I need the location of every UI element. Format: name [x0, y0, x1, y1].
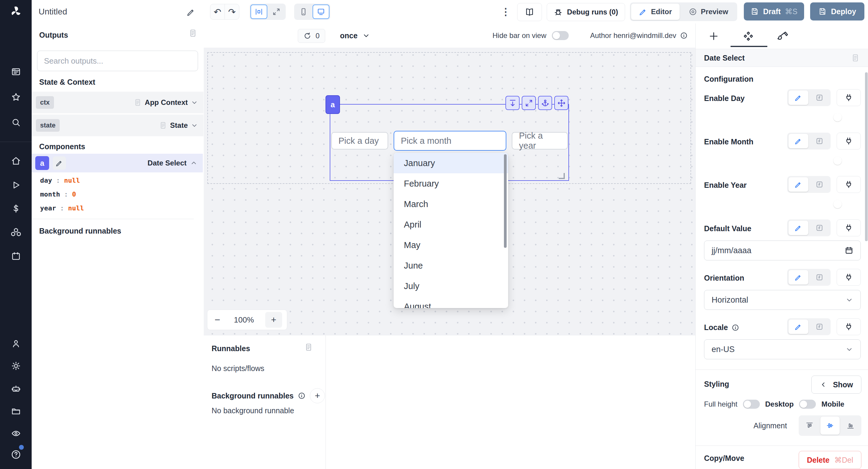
month-option[interactable]: August: [394, 296, 508, 308]
function-mode-icon[interactable]: [809, 221, 830, 235]
month-option[interactable]: June: [394, 255, 508, 276]
redo-button[interactable]: ↷: [224, 4, 239, 19]
expand-down-icon[interactable]: [505, 96, 520, 110]
move-icon[interactable]: [554, 96, 568, 110]
component-list-item[interactable]: a Date Select: [32, 154, 203, 173]
month-option[interactable]: July: [394, 276, 508, 296]
favorites-star-icon[interactable]: [0, 89, 32, 105]
desktop-toggle[interactable]: [799, 400, 816, 409]
align-bottom-icon[interactable]: [841, 416, 860, 435]
hide-bar-toggle[interactable]: [552, 31, 569, 40]
add-background-runnable-button[interactable]: +: [310, 388, 325, 403]
deploy-button[interactable]: Deploy: [810, 2, 864, 21]
info-icon[interactable]: [732, 324, 739, 332]
pencil-mode-icon[interactable]: [788, 319, 808, 334]
workers-robot-icon[interactable]: [0, 380, 32, 397]
function-mode-icon[interactable]: [809, 319, 830, 334]
schedules-calendar-icon[interactable]: [0, 248, 32, 264]
orientation-select[interactable]: Horizontal: [704, 290, 861, 310]
help-icon[interactable]: [0, 446, 32, 463]
dropdown-scrollbar[interactable]: [504, 154, 507, 248]
undo-button[interactable]: ↶: [210, 4, 224, 19]
info-icon[interactable]: [298, 392, 306, 400]
runnables-doc-icon[interactable]: [304, 343, 313, 351]
zoom-in-button[interactable]: +: [265, 312, 282, 327]
audit-eye-icon[interactable]: [0, 425, 32, 442]
state-row[interactable]: state State: [32, 115, 204, 136]
default-value-connect-plug-icon[interactable]: [837, 219, 861, 236]
resources-cubes-icon[interactable]: [0, 224, 32, 241]
month-option[interactable]: April: [394, 214, 508, 235]
align-center-icon[interactable]: [820, 416, 840, 435]
fullwidth-layout-button[interactable]: [268, 4, 285, 19]
output-prop-month[interactable]: month : 0: [40, 190, 76, 198]
component-canvas-badge[interactable]: a: [326, 95, 340, 114]
pencil-mode-icon[interactable]: [788, 270, 808, 285]
month-option[interactable]: May: [394, 235, 508, 255]
full-height-toggle[interactable]: [743, 400, 760, 409]
run-mode-dropdown[interactable]: once: [340, 29, 370, 42]
chevron-down-icon[interactable]: [191, 99, 198, 106]
runs-play-icon[interactable]: [0, 177, 32, 193]
default-value-date-input[interactable]: jj/mm/aaaa: [704, 241, 861, 260]
refresh-count-button[interactable]: 0: [298, 29, 325, 43]
month-option[interactable]: January: [394, 153, 508, 173]
delete-component-button[interactable]: Delete ⌘Del: [799, 451, 861, 469]
docs-book-button[interactable]: [517, 3, 542, 21]
pencil-mode-icon[interactable]: [788, 221, 808, 235]
pencil-mode-icon[interactable]: [788, 177, 808, 192]
tab-preview[interactable]: Preview: [681, 4, 736, 20]
variables-dollar-icon[interactable]: [0, 200, 32, 217]
info-icon[interactable]: [680, 32, 688, 39]
locale-select[interactable]: en-US: [704, 339, 861, 359]
kebab-menu-icon[interactable]: ⋮: [500, 5, 511, 18]
enable-year-connect-plug-icon[interactable]: [837, 176, 861, 193]
rename-pencil-icon[interactable]: [185, 7, 197, 18]
apps-icon[interactable]: [0, 63, 32, 80]
output-prop-day[interactable]: day : null: [40, 177, 80, 184]
users-person-icon[interactable]: [0, 335, 32, 352]
desktop-view-button[interactable]: [313, 4, 330, 19]
month-option[interactable]: March: [394, 194, 508, 214]
edit-component-pencil-icon[interactable]: [53, 156, 66, 170]
function-mode-icon[interactable]: [809, 177, 830, 192]
styling-show-button[interactable]: Show: [811, 376, 861, 394]
function-mode-icon[interactable]: [809, 270, 830, 285]
locale-connect-plug-icon[interactable]: [837, 318, 861, 335]
anchor-icon[interactable]: [538, 96, 552, 110]
enable-month-connect-plug-icon[interactable]: [837, 133, 861, 150]
function-mode-icon[interactable]: [809, 134, 830, 148]
resize-handle[interactable]: [559, 173, 565, 179]
windmill-logo[interactable]: [0, 0, 32, 24]
tab-styling-brush-icon[interactable]: [775, 28, 792, 44]
ctx-row[interactable]: ctx App Context: [32, 92, 204, 113]
settings-gear-icon[interactable]: [0, 357, 32, 374]
orientation-connect-plug-icon[interactable]: [837, 269, 861, 286]
calendar-icon[interactable]: [845, 246, 853, 255]
chevron-down-icon[interactable]: [191, 122, 198, 129]
tab-insert-plus-icon[interactable]: [705, 28, 722, 44]
tab-editor[interactable]: Editor: [631, 4, 680, 20]
mobile-view-button[interactable]: [295, 4, 312, 19]
chevron-up-icon[interactable]: [190, 159, 197, 167]
doc-icon[interactable]: [851, 54, 860, 62]
pick-month-input[interactable]: Pick a month: [394, 131, 506, 151]
pick-day-input[interactable]: Pick a day: [331, 132, 388, 150]
debug-runs-button[interactable]: Debug runs (0): [547, 3, 625, 21]
output-prop-year[interactable]: year : null: [40, 205, 84, 212]
panel-scrollbar[interactable]: [865, 72, 868, 241]
pencil-mode-icon[interactable]: [788, 134, 808, 148]
search-icon[interactable]: [0, 114, 32, 131]
tab-component-settings-icon[interactable]: [740, 28, 757, 44]
month-option[interactable]: February: [394, 173, 508, 194]
zoom-out-button[interactable]: −: [212, 314, 223, 325]
draft-button[interactable]: Draft ⌘S: [744, 2, 804, 21]
fullscreen-icon[interactable]: [522, 96, 536, 110]
align-top-icon[interactable]: [800, 416, 819, 435]
centered-layout-button[interactable]: [250, 4, 267, 19]
pencil-mode-icon[interactable]: [788, 90, 808, 105]
folders-icon[interactable]: [0, 403, 32, 419]
function-mode-icon[interactable]: [809, 90, 830, 105]
search-outputs-input[interactable]: Search outputs...: [37, 51, 198, 71]
enable-day-connect-plug-icon[interactable]: [837, 89, 861, 106]
